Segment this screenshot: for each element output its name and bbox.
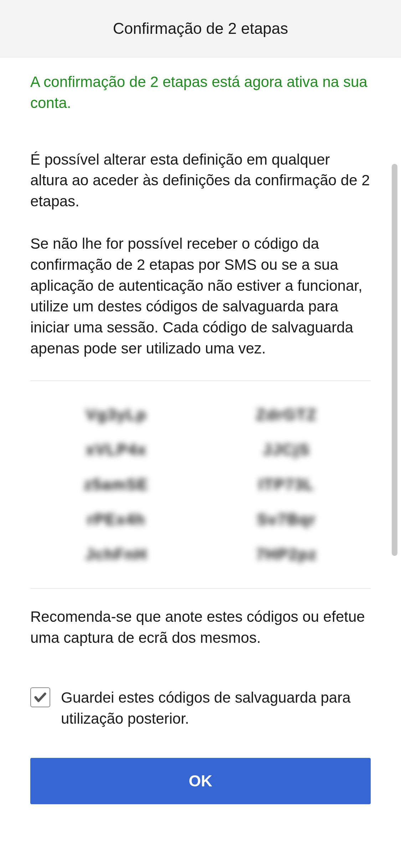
backup-code: JJCjS xyxy=(263,441,310,459)
backup-code: ZdrGTZ xyxy=(256,406,317,424)
dialog-title: Confirmação de 2 etapas xyxy=(11,20,390,37)
status-message: A confirmação de 2 etapas está agora ati… xyxy=(30,72,371,114)
recommendation-text: Recomenda-se que anote estes códigos ou … xyxy=(30,606,371,649)
backup-code: Vg3yLp xyxy=(86,406,147,424)
backup-code: z5amSE xyxy=(84,476,149,494)
backup-code: JchFnH xyxy=(86,546,147,563)
scrollbar[interactable] xyxy=(392,164,397,556)
backup-codes-container: Vg3yLp xVLP4x z5amSE rPEx4h JchFnH ZdrGT… xyxy=(30,399,371,570)
footer-area: OK xyxy=(30,758,371,804)
backup-code: Sv7Bqr xyxy=(257,511,316,528)
backup-code: xVLP4x xyxy=(86,441,147,459)
divider-bottom xyxy=(30,588,371,589)
dialog-header: Confirmação de 2 etapas xyxy=(0,0,401,57)
backup-code: rPEx4h xyxy=(87,511,145,528)
backup-code: 7HP2pz xyxy=(256,546,317,563)
codes-column-right: ZdrGTZ JJCjS ITP73L Sv7Bqr 7HP2pz xyxy=(256,406,317,563)
saved-codes-checkbox[interactable] xyxy=(30,687,50,707)
checkmark-icon xyxy=(33,690,47,704)
saved-codes-checkbox-label: Guardei estes códigos de salvaguarda par… xyxy=(61,687,371,729)
saved-codes-checkbox-row: Guardei estes códigos de salvaguarda par… xyxy=(30,687,371,729)
description-paragraph-1: É possível alterar esta definição em qua… xyxy=(30,149,371,212)
dialog-content: A confirmação de 2 etapas está agora ati… xyxy=(0,57,401,868)
ok-button[interactable]: OK xyxy=(30,758,371,804)
codes-column-left: Vg3yLp xVLP4x z5amSE rPEx4h JchFnH xyxy=(84,406,149,563)
backup-code: ITP73L xyxy=(259,476,314,494)
divider-top xyxy=(30,381,371,381)
description-paragraph-2: Se não lhe for possível receber o código… xyxy=(30,233,371,359)
